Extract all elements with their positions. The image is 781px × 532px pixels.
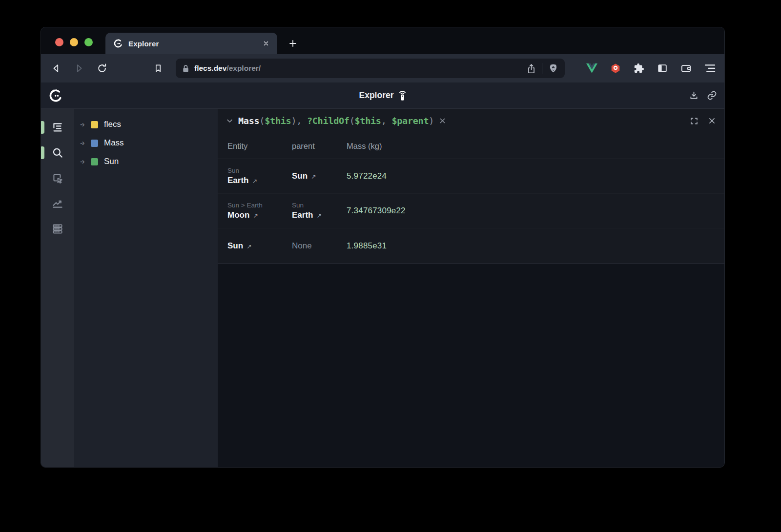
stats-chart-icon <box>51 197 64 210</box>
open-entity-arrow-icon[interactable]: ↗ <box>316 212 321 219</box>
sidebar-item-search[interactable] <box>41 140 74 165</box>
tree-item-label: Sun <box>104 157 119 166</box>
table-row: SunEarth↗Sun↗5.9722e24 <box>218 159 724 194</box>
entity-link[interactable]: Sun↗ <box>292 171 343 181</box>
tab-close-icon[interactable] <box>263 40 269 47</box>
flecs-favicon-icon <box>113 39 123 48</box>
url-bar[interactable]: flecs.dev /explorer/ <box>176 59 565 78</box>
expand-arrow-icon[interactable]: -› <box>80 120 91 129</box>
share-icon[interactable] <box>527 63 536 74</box>
vue-devtools-icon[interactable] <box>586 63 597 73</box>
browser-toolbar: flecs.dev /explorer/ <box>41 54 724 82</box>
entity-link[interactable]: Earth↗ <box>227 176 288 185</box>
traffic-lights <box>55 38 93 46</box>
expand-arrow-icon[interactable]: -› <box>80 157 91 166</box>
entity-tree: -›flecs-›Mass-›Sun <box>74 109 218 467</box>
url-path: /explorer/ <box>226 64 261 73</box>
entity-link[interactable]: Sun↗ <box>227 241 288 251</box>
parent-none: None <box>292 241 343 251</box>
entity-color-swatch <box>91 140 98 147</box>
download-icon[interactable] <box>689 90 699 101</box>
link-icon[interactable] <box>707 90 717 101</box>
open-entity-arrow-icon[interactable]: ↗ <box>252 178 257 184</box>
bookmark-icon[interactable] <box>153 63 163 73</box>
forward-icon <box>73 62 85 75</box>
tab-bar: Explorer <box>41 27 724 54</box>
tab-title: Explorer <box>128 40 257 48</box>
column-entity: Entity <box>227 142 292 151</box>
query-panel: Mass($this), ?ChildOf($this, $parent) En… <box>218 109 724 467</box>
chevron-down-icon[interactable] <box>226 117 233 124</box>
open-entity-arrow-icon[interactable]: ↗ <box>253 212 258 219</box>
page-title: Explorer <box>359 90 394 101</box>
table-row: Sun↗None1.9885e31 <box>218 228 724 263</box>
fullscreen-icon[interactable] <box>690 117 699 125</box>
minimize-window-button[interactable] <box>70 38 78 46</box>
inspector-cursor-icon <box>51 172 64 184</box>
url-domain: flecs.dev <box>194 64 226 73</box>
entity-cell: SunEarth↗ <box>227 162 292 190</box>
mass-value: 7.34767309e22 <box>347 201 724 221</box>
active-pill <box>41 146 44 159</box>
expand-arrow-icon[interactable]: -› <box>80 138 91 148</box>
app-header: Explorer <box>41 82 724 109</box>
lock-icon <box>182 64 189 73</box>
search-icon <box>51 146 64 159</box>
open-entity-arrow-icon[interactable]: ↗ <box>311 173 316 180</box>
mass-value: 1.9885e31 <box>347 236 724 256</box>
back-icon[interactable] <box>50 62 62 75</box>
tree-item-Sun[interactable]: -›Sun <box>80 152 218 171</box>
parent-cell: None <box>292 236 347 256</box>
result-table-header: Entity parent Mass (kg) <box>218 133 724 159</box>
brave-shield-icon[interactable] <box>548 63 558 74</box>
entity-path: Sun > Earth <box>227 202 288 209</box>
hexagon-extension-icon[interactable] <box>610 63 621 74</box>
extension-icons <box>586 63 716 74</box>
remote-connection-icon <box>398 90 407 101</box>
tree-panel-icon <box>51 121 64 134</box>
entity-path: Sun <box>292 202 343 209</box>
entity-link[interactable]: Moon↗ <box>227 210 288 220</box>
url-bar-divider <box>542 63 542 74</box>
menu-icon[interactable] <box>704 64 716 73</box>
entity-color-swatch <box>91 121 98 128</box>
active-pill <box>41 121 44 134</box>
entity-link[interactable]: Earth↗ <box>292 210 343 220</box>
sidebar-item-stats[interactable] <box>41 191 74 216</box>
tab-explorer[interactable]: Explorer <box>105 33 277 54</box>
tree-item-label: flecs <box>104 120 121 129</box>
entity-color-swatch <box>91 158 98 165</box>
parent-cell: SunEarth↗ <box>292 197 347 225</box>
memory-rows-icon <box>51 223 64 235</box>
query-header: Mass($this), ?ChildOf($this, $parent) <box>218 109 724 133</box>
reload-icon[interactable] <box>96 62 108 75</box>
result-table-body: SunEarth↗Sun↗5.9722e24Sun > EarthMoon↗Su… <box>218 159 724 264</box>
close-panel-icon[interactable] <box>708 117 716 125</box>
sidebar-toggle-icon[interactable] <box>657 63 668 74</box>
mass-value: 5.9722e24 <box>347 166 724 186</box>
close-window-button[interactable] <box>55 38 63 46</box>
table-row: Sun > EarthMoon↗SunEarth↗7.34767309e22 <box>218 194 724 228</box>
sidebar-item-memory[interactable] <box>41 216 74 242</box>
extensions-puzzle-icon[interactable] <box>634 63 644 74</box>
tree-item-flecs[interactable]: -›flecs <box>80 115 218 134</box>
entity-path: Sun <box>227 167 288 174</box>
zoom-window-button[interactable] <box>84 38 93 46</box>
open-entity-arrow-icon[interactable]: ↗ <box>247 243 251 250</box>
sidebar-item-inspector[interactable] <box>41 165 74 191</box>
panel-empty-area <box>218 264 724 467</box>
entity-cell: Sun > EarthMoon↗ <box>227 197 292 225</box>
new-tab-button[interactable] <box>286 37 300 50</box>
app-content: -›flecs-›Mass-›Sun Mass($this), ?ChildOf… <box>41 109 724 467</box>
flecs-logo-icon[interactable] <box>48 88 63 103</box>
tree-item-label: Mass <box>104 138 124 148</box>
wallet-icon[interactable] <box>680 63 692 74</box>
sidebar-item-tree[interactable] <box>41 115 74 140</box>
parent-cell: Sun↗ <box>292 166 347 186</box>
column-mass: Mass (kg) <box>347 142 724 151</box>
entity-cell: Sun↗ <box>227 236 292 256</box>
query-expression[interactable]: Mass($this), ?ChildOf($this, $parent) <box>238 116 434 126</box>
tree-item-Mass[interactable]: -›Mass <box>80 134 218 152</box>
panel-icon-sidebar <box>41 109 74 467</box>
query-clear-icon[interactable] <box>439 117 446 124</box>
